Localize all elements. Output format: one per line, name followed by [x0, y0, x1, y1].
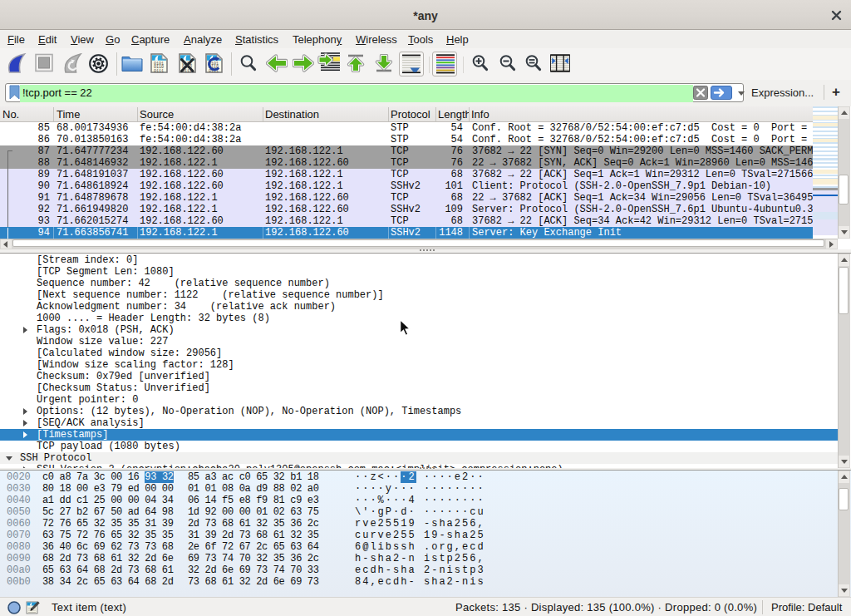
- svg-text:0111: 0111: [154, 69, 164, 74]
